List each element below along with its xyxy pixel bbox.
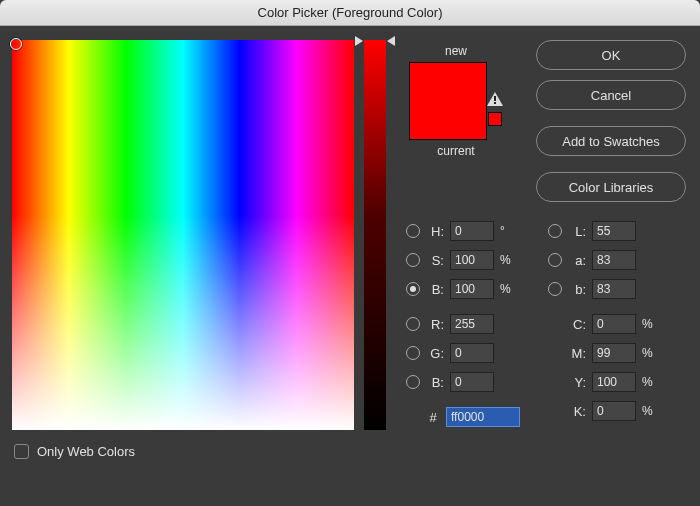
label-k: K: (568, 404, 586, 419)
only-web-colors-checkbox[interactable] (14, 444, 29, 459)
input-b-hsb[interactable] (450, 279, 494, 299)
input-h[interactable] (450, 221, 494, 241)
color-field[interactable] (12, 40, 354, 430)
input-g[interactable] (450, 343, 494, 363)
input-b-rgb[interactable] (450, 372, 494, 392)
input-r[interactable] (450, 314, 494, 334)
label-m: M: (568, 346, 586, 361)
add-to-swatches-button[interactable]: Add to Swatches (536, 126, 686, 156)
input-k[interactable] (592, 401, 636, 421)
input-s[interactable] (450, 250, 494, 270)
input-c[interactable] (592, 314, 636, 334)
input-b-lab[interactable] (592, 279, 636, 299)
current-color-label: current (437, 144, 474, 158)
input-a[interactable] (592, 250, 636, 270)
only-web-colors-label: Only Web Colors (37, 444, 135, 459)
radio-r[interactable] (406, 317, 420, 331)
label-g: G: (426, 346, 444, 361)
ok-button[interactable]: OK (536, 40, 686, 70)
label-y: Y: (568, 375, 586, 390)
unit-c: % (642, 317, 654, 331)
hue-slider-handle-left[interactable] (355, 36, 363, 46)
radio-b-lab[interactable] (548, 282, 562, 296)
input-l[interactable] (592, 221, 636, 241)
label-h: H: (426, 224, 444, 239)
radio-b-hsb[interactable] (406, 282, 420, 296)
unit-b-hsb: % (500, 282, 512, 296)
radio-s[interactable] (406, 253, 420, 267)
label-b-rgb: B: (426, 375, 444, 390)
label-s: S: (426, 253, 444, 268)
label-b-lab: b: (568, 282, 586, 297)
window-titlebar: Color Picker (Foreground Color) (0, 0, 700, 26)
radio-l[interactable] (548, 224, 562, 238)
cancel-button[interactable]: Cancel (536, 80, 686, 110)
radio-h[interactable] (406, 224, 420, 238)
svg-rect-1 (494, 96, 496, 101)
input-m[interactable] (592, 343, 636, 363)
label-b-hsb: B: (426, 282, 444, 297)
unit-m: % (642, 346, 654, 360)
unit-h: ° (500, 224, 512, 238)
unit-k: % (642, 404, 654, 418)
hex-prefix: # (426, 410, 440, 425)
new-current-swatch[interactable] (409, 62, 487, 140)
label-l: L: (568, 224, 586, 239)
radio-b-rgb[interactable] (406, 375, 420, 389)
input-hex[interactable] (446, 407, 520, 427)
gamut-snap-swatch[interactable] (488, 112, 502, 126)
window-title: Color Picker (Foreground Color) (258, 5, 443, 20)
label-r: R: (426, 317, 444, 332)
radio-a[interactable] (548, 253, 562, 267)
label-c: C: (568, 317, 586, 332)
input-y[interactable] (592, 372, 636, 392)
color-field-cursor[interactable] (10, 38, 22, 50)
unit-y: % (642, 375, 654, 389)
hue-slider-handle-right[interactable] (387, 36, 395, 46)
label-a: a: (568, 253, 586, 268)
svg-rect-2 (494, 102, 496, 104)
gamut-warning-icon[interactable] (487, 92, 503, 106)
radio-g[interactable] (406, 346, 420, 360)
color-libraries-button[interactable]: Color Libraries (536, 172, 686, 202)
hue-slider[interactable] (364, 40, 386, 430)
new-color-label: new (445, 44, 467, 58)
unit-s: % (500, 253, 512, 267)
